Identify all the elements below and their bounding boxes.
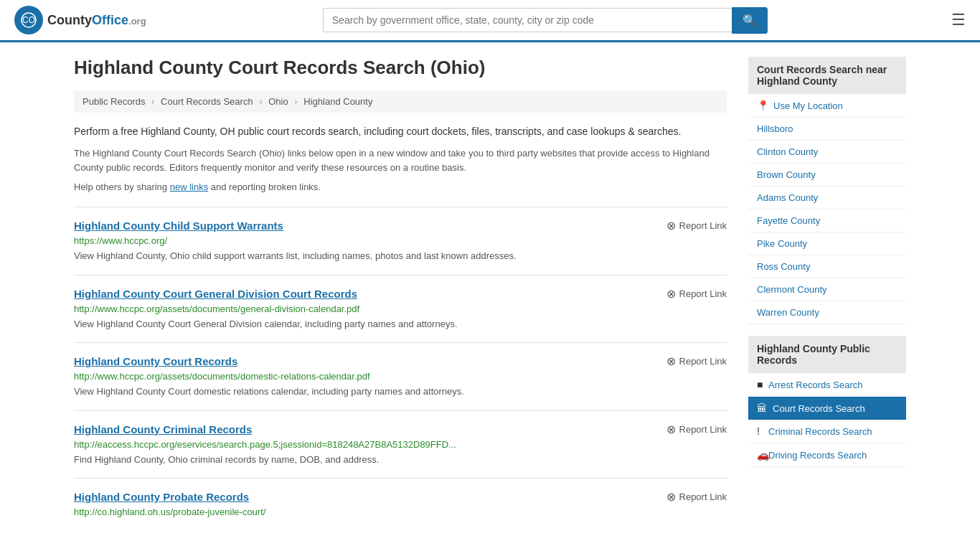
record-title-1[interactable]: Highland County Court General Division C… (74, 288, 357, 300)
report-icon-0: ⊗ (666, 219, 676, 232)
record-item: Highland County Probate Records ⊗ Report… (74, 478, 727, 532)
record-url-3[interactable]: http://eaccess.hccpc.org/eservices/searc… (74, 439, 727, 450)
breadcrumb-highland: Highland County (303, 96, 372, 107)
report-link-3[interactable]: ⊗ Report Link (666, 423, 727, 436)
sidebar-pr-link-2[interactable]: Criminal Records Search (768, 426, 872, 437)
sidebar-nearby-link-4[interactable]: Fayette County (757, 215, 820, 226)
logo-area: CO CountyOffice.org (14, 6, 146, 34)
record-desc-1: View Highland County Court General Divis… (74, 317, 727, 331)
sidebar-nearby-section: Court Records Search near Highland Count… (748, 57, 906, 324)
location-icon: 📍 (757, 100, 769, 111)
svg-text:CO: CO (22, 15, 35, 25)
new-links-link[interactable]: new links (170, 182, 208, 192)
record-desc-0: View Highland County, Ohio child support… (74, 249, 727, 263)
search-area: 🔍 (323, 7, 768, 34)
sidebar-pr-item-2[interactable]: !Criminal Records Search (748, 420, 906, 443)
sidebar-nearby-4[interactable]: Fayette County (748, 209, 906, 232)
pr-icon-1: 🏛 (757, 402, 768, 414)
menu-button[interactable]: ☰ (951, 11, 966, 29)
sidebar-nearby-link-7[interactable]: Clermont County (757, 284, 827, 295)
report-link-2[interactable]: ⊗ Report Link (666, 354, 727, 368)
pr-icon-3: 🚗 (757, 449, 768, 461)
report-icon-2: ⊗ (666, 354, 676, 368)
sidebar-pr-item-3[interactable]: 🚗Driving Records Search (748, 443, 906, 467)
sidebar-nearby-link-2[interactable]: Brown County (757, 169, 816, 180)
records-container: Highland County Child Support Warrants ⊗… (74, 207, 727, 532)
sidebar-nearby-link-3[interactable]: Adams County (757, 192, 818, 203)
use-my-location-link[interactable]: Use My Location (773, 100, 843, 111)
sidebar-nearby-link-6[interactable]: Ross County (757, 261, 810, 272)
record-url-0[interactable]: https://www.hccpc.org/ (74, 235, 727, 246)
search-button[interactable]: 🔍 (732, 7, 768, 34)
sidebar-nearby-8[interactable]: Warren County (748, 301, 906, 324)
sidebar-pr-link-0[interactable]: Arrest Records Search (768, 380, 863, 390)
sidebar-nearby-link-0[interactable]: Hillsboro (757, 123, 793, 134)
record-url-1[interactable]: http://www.hccpc.org/assets/documents/ge… (74, 303, 727, 314)
report-link-4[interactable]: ⊗ Report Link (666, 490, 727, 504)
sidebar-nearby-2[interactable]: Brown County (748, 164, 906, 187)
record-item: Highland County Child Support Warrants ⊗… (74, 207, 727, 275)
record-desc-2: View Highland County Court domestic rela… (74, 385, 727, 399)
report-link-0[interactable]: ⊗ Report Link (666, 219, 727, 232)
sidebar-nearby-5[interactable]: Pike County (748, 232, 906, 255)
description-2: The Highland County Court Records Search… (74, 146, 727, 174)
pr-icon-0: ■ (757, 379, 768, 390)
record-header: Highland County Criminal Records ⊗ Repor… (74, 423, 727, 436)
pr-icon-2: ! (757, 425, 768, 437)
sidebar-public-records-header: Highland County Public Records (748, 336, 906, 373)
sidebar: Court Records Search near Highland Count… (748, 57, 906, 532)
record-header: Highland County Probate Records ⊗ Report… (74, 490, 727, 504)
record-item: Highland County Court General Division C… (74, 275, 727, 343)
breadcrumb-public-records[interactable]: Public Records (83, 96, 145, 107)
record-title-2[interactable]: Highland County Court Records (74, 355, 237, 367)
sidebar-nearby-3[interactable]: Adams County (748, 187, 906, 209)
breadcrumb-court-records[interactable]: Court Records Search (161, 96, 253, 107)
content-area: Highland County Court Records Search (Oh… (74, 57, 727, 532)
record-header: Highland County Court General Division C… (74, 287, 727, 301)
sidebar-nearby-header: Court Records Search near Highland Count… (748, 57, 906, 94)
record-url-4[interactable]: http://co.highland.oh.us/probate-juvenil… (74, 507, 727, 517)
sidebar-nearby-6[interactable]: Ross County (748, 255, 906, 278)
record-title-0[interactable]: Highland County Child Support Warrants (74, 220, 283, 232)
breadcrumb-sep-2: › (259, 96, 262, 107)
record-desc-3: Find Highland County, Ohio criminal reco… (74, 453, 727, 467)
header: CO CountyOffice.org 🔍 ☰ (0, 0, 980, 42)
sidebar-nearby-link-1[interactable]: Clinton County (757, 146, 818, 157)
report-icon-1: ⊗ (666, 287, 676, 301)
sidebar-pr-active-1[interactable]: 🏛Court Records Search (748, 397, 906, 420)
record-title-3[interactable]: Highland County Criminal Records (74, 423, 252, 435)
main-container: Highland County Court Records Search (Oh… (60, 42, 920, 546)
description-1: Perform a free Highland County, OH publi… (74, 124, 727, 139)
desc3-post: and reporting broken links. (208, 182, 321, 192)
sidebar-nearby-1[interactable]: Clinton County (748, 141, 906, 164)
sidebar-nearby-7[interactable]: Clermont County (748, 278, 906, 301)
public-records-items-container: ■Arrest Records Search🏛Court Records Sea… (748, 373, 906, 467)
sidebar-use-location[interactable]: 📍 Use My Location (748, 94, 906, 118)
description-3: Help others by sharing new links and rep… (74, 182, 727, 192)
report-link-1[interactable]: ⊗ Report Link (666, 287, 727, 301)
logo-text: CountyOffice.org (47, 13, 146, 28)
record-url-2[interactable]: http://www.hccpc.org/assets/documents/do… (74, 371, 727, 382)
search-input[interactable] (323, 8, 732, 32)
record-title-4[interactable]: Highland County Probate Records (74, 491, 249, 503)
sidebar-public-records-section: Highland County Public Records ■Arrest R… (748, 336, 906, 467)
breadcrumb-sep-3: › (294, 96, 297, 107)
sidebar-nearby-link-5[interactable]: Pike County (757, 238, 807, 249)
breadcrumb-ohio[interactable]: Ohio (268, 96, 288, 107)
sidebar-pr-item-0[interactable]: ■Arrest Records Search (748, 373, 906, 397)
record-header: Highland County Child Support Warrants ⊗… (74, 219, 727, 232)
sidebar-nearby-link-8[interactable]: Warren County (757, 307, 819, 318)
breadcrumb: Public Records › Court Records Search › … (74, 90, 727, 113)
logo-icon: CO (14, 6, 43, 34)
report-icon-3: ⊗ (666, 423, 676, 436)
desc3-pre: Help others by sharing (74, 182, 170, 192)
record-item: Highland County Court Records ⊗ Report L… (74, 342, 727, 410)
record-header: Highland County Court Records ⊗ Report L… (74, 354, 727, 368)
search-icon: 🔍 (743, 14, 757, 27)
report-icon-4: ⊗ (666, 490, 676, 504)
sidebar-nearby-0[interactable]: Hillsboro (748, 118, 906, 141)
page-title: Highland County Court Records Search (Oh… (74, 57, 727, 79)
record-item: Highland County Criminal Records ⊗ Repor… (74, 410, 727, 479)
sidebar-pr-link-3[interactable]: Driving Records Search (768, 450, 867, 461)
nearby-items-container: HillsboroClinton CountyBrown CountyAdams… (748, 118, 906, 324)
